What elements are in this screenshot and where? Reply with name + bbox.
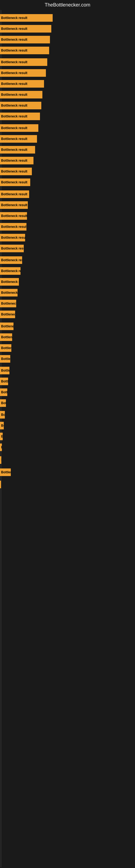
bottleneck-bar: Bottleneck result (0, 443, 2, 451)
bar-label: Bottleneck result (1, 159, 27, 162)
bottleneck-bar: Bottleneck result (0, 322, 13, 330)
bar-label: Bottleneck result (1, 236, 25, 240)
bottleneck-bar: Bottleneck result (0, 468, 11, 476)
bar-label: Bottleneck result (1, 203, 27, 207)
bar-label: B (1, 458, 1, 462)
bar-label: Bottleneck result (1, 169, 27, 173)
bottleneck-bar: Bottleneck result (0, 91, 42, 98)
bottleneck-bar: Bottleneck result (0, 58, 47, 66)
bar-label: Bottleneck result (1, 225, 27, 229)
bottleneck-bar: Bottleneck result (0, 102, 41, 109)
bar-label: Bottleneck result (1, 71, 27, 75)
bar-label: Bottleneck result (1, 346, 11, 350)
bar-label: Bottleneck result (1, 445, 2, 449)
bottleneck-bar: Bottleneck result (0, 124, 38, 132)
bottleneck-bar: Bottleneck result (0, 411, 5, 418)
bottleneck-bar: Bottleneck result (0, 223, 27, 230)
bar-label: Bottleneck result (1, 280, 19, 284)
bottleneck-bar: Bottleneck result (0, 157, 34, 164)
bar-label: Bottleneck result (1, 258, 22, 262)
bottleneck-bar: Bottleneck result (0, 256, 22, 264)
bar-label: Bottleneck result (1, 115, 27, 118)
bottleneck-bar: Bottleneck result (0, 378, 8, 385)
bottleneck-bar: Bottleneck result (0, 433, 3, 440)
bottleneck-bar: Bottleneck result (0, 367, 9, 374)
bar-label: Bottleneck result (1, 82, 27, 86)
bottleneck-bar: Bottleneck result (0, 113, 40, 120)
bar-label: Bottleneck result (1, 16, 27, 20)
site-title: TheBottlenecker.com (0, 0, 135, 10)
bar-label: Bottleneck result (1, 379, 8, 383)
bar-label: Bottleneck result (1, 324, 13, 328)
bottleneck-bar: Bottleneck result (0, 212, 27, 220)
bottleneck-bar: Bottleneck result (0, 80, 44, 88)
bar-label: Bottleneck result (1, 312, 15, 316)
bottleneck-bar: Bottleneck result (0, 146, 35, 154)
bottleneck-bar: Bottleneck result (0, 14, 53, 22)
bottleneck-bar: Bottleneck result (0, 311, 15, 318)
bottleneck-bar: Bottleneck result (0, 389, 7, 396)
bottleneck-bar: Bottleneck result (0, 278, 19, 286)
bottleneck-bar: Bottleneck result (0, 179, 30, 186)
bar-label: Bottleneck result (1, 369, 9, 372)
bottleneck-bar: Bottleneck result (0, 399, 6, 407)
bottleneck-bar: Bottleneck result (0, 289, 17, 297)
bar-label: Bottleneck result (1, 126, 27, 130)
bar-label: Bottleneck result (1, 335, 12, 339)
bar-label: Bottleneck result (1, 137, 27, 141)
bottleneck-bar: Bottleneck result (0, 46, 49, 54)
bottleneck-bar: Bottleneck result (0, 135, 37, 143)
bar-label: Bottleneck result (1, 192, 27, 196)
bar-label: Bottleneck result (1, 247, 24, 250)
bottleneck-bar: Bottleneck result (0, 333, 12, 341)
bar-label: Bottleneck result (1, 93, 27, 97)
bar-label: Bottleneck result (1, 269, 20, 273)
bar-label: Bottleneck result (1, 302, 16, 305)
bottleneck-bar: Bottleneck result (0, 234, 25, 241)
bottleneck-bar: Bottleneck result (0, 300, 16, 307)
bar-label: Bottleneck result (1, 49, 27, 52)
bar-label: Bottleneck result (1, 390, 7, 394)
bar-label: Bottleneck result (1, 413, 5, 416)
bar-label: Bottleneck result (1, 60, 27, 64)
bottleneck-bar: Bottleneck result (0, 25, 51, 33)
bottleneck-bar: Bottleneck result (0, 355, 10, 363)
bar-label: Bottleneck result (1, 357, 10, 361)
chart-area: Bottleneck resultBottleneck resultBottle… (0, 10, 135, 867)
bottleneck-bar: Bottleneck result (0, 190, 29, 198)
bar-label: Bottleneck result (1, 291, 17, 294)
bar-label: Bottleneck result (1, 435, 3, 438)
bar-label: Bottleneck result (1, 424, 4, 428)
bar-label: Bottleneck result (1, 214, 27, 218)
bar-label: Bottleneck result (1, 470, 11, 474)
bottleneck-bar: Bottleneck result (0, 69, 46, 77)
bar-label: Bottleneck result (1, 27, 27, 31)
bottleneck-bar: Bottleneck result (0, 344, 11, 352)
bar-label: Bottleneck result (1, 38, 27, 41)
bar-label: Bottleneck result (1, 180, 27, 184)
bottleneck-bar: Bottleneck result (0, 36, 50, 43)
bottleneck-bar: Bottleneck result (0, 245, 24, 252)
bar-label: Bottleneck result (1, 401, 6, 405)
bottleneck-bar: Bottleneck result (0, 167, 32, 175)
bottleneck-bar: Bottleneck result (0, 422, 4, 429)
bottleneck-bar: Bottleneck result (0, 201, 28, 209)
bar-label: Bottleneck result (1, 104, 27, 107)
bottleneck-bar: Bottleneck result (0, 267, 20, 275)
bar-label: Bottleneck result (1, 148, 27, 152)
bottleneck-bar (0, 480, 1, 488)
bottleneck-bar: B (0, 456, 1, 464)
